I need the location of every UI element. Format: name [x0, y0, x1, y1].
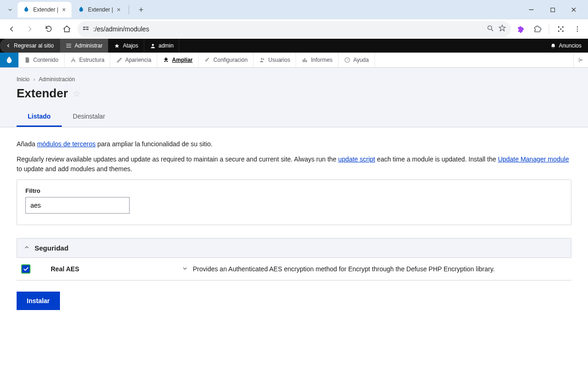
intro-text-1: Añada módulos de terceros para ampliar l…	[17, 139, 571, 149]
svg-rect-3	[83, 29, 85, 30]
browser-tab-strip: Extender | × Extender | ×	[0, 0, 588, 19]
link-update-manager[interactable]: Update Manager module	[498, 155, 569, 163]
install-button[interactable]: Instalar	[17, 292, 60, 310]
forward-button[interactable]	[22, 21, 38, 37]
separator	[549, 24, 549, 34]
maximize-button[interactable]	[542, 2, 563, 17]
browser-menu-icon[interactable]	[570, 22, 584, 36]
menu-label: Contenido	[33, 57, 59, 63]
svg-point-10	[562, 30, 564, 32]
chevron-right-icon: ›	[33, 76, 35, 83]
menu-label: Informes	[311, 57, 333, 63]
home-button[interactable]	[59, 21, 75, 37]
local-tabs: Listado Desinstalar	[17, 107, 571, 127]
drupal-icon	[23, 6, 30, 14]
breadcrumb-home[interactable]: Inicio	[17, 76, 30, 83]
section-title: Seguridad	[35, 244, 68, 252]
filter-input[interactable]	[25, 197, 130, 214]
filter-label: Filtro	[25, 187, 563, 194]
back-to-site[interactable]: Regresar al sitio	[0, 39, 60, 53]
menu-users[interactable]: Usuarios	[254, 53, 296, 67]
close-window-button[interactable]	[563, 2, 584, 17]
back-to-site-label: Regresar al sitio	[14, 42, 54, 49]
svg-text:?: ?	[346, 58, 348, 61]
content: Añada módulos de terceros para ampliar l…	[0, 127, 588, 322]
menu-label: Ayuda	[353, 57, 369, 63]
menu-appearance[interactable]: Apariencia	[110, 53, 157, 67]
zoom-icon[interactable]	[487, 24, 494, 34]
svg-point-8	[562, 26, 564, 28]
browser-toolbar: :/es/admin/modules	[0, 19, 588, 39]
back-button[interactable]	[4, 21, 19, 37]
bookmark-star-icon[interactable]	[498, 24, 506, 34]
manage-menu[interactable]: Administrar	[60, 39, 109, 53]
module-name: Real AES	[37, 265, 175, 273]
svg-rect-1	[83, 27, 85, 28]
reload-button[interactable]	[41, 21, 56, 37]
collapse-toolbar[interactable]	[573, 53, 588, 67]
svg-point-16	[263, 59, 264, 60]
svg-rect-2	[86, 27, 89, 28]
extensions-icon[interactable]	[530, 22, 544, 36]
svg-point-14	[152, 44, 154, 46]
tab-list[interactable]: Listado	[17, 107, 62, 127]
tab-title: Extender |	[33, 6, 58, 13]
menu-content[interactable]: Contenido	[18, 53, 65, 67]
tab-uninstall[interactable]: Desinstalar	[62, 107, 116, 127]
shortcuts-menu[interactable]: Atajos	[108, 39, 144, 53]
link-contrib-modules[interactable]: módulos de terceros	[37, 140, 95, 148]
tab-list-dropdown[interactable]	[4, 3, 17, 16]
menu-label: Usuarios	[268, 57, 290, 63]
browser-tab-2[interactable]: Extender | ×	[72, 2, 126, 18]
svg-point-9	[558, 30, 559, 32]
chevron-down-icon[interactable]	[182, 265, 188, 273]
manage-label: Administrar	[75, 42, 103, 49]
section-header-security[interactable]: Seguridad	[17, 238, 571, 258]
admin-menu: Contenido Estructura Apariencia Ampliar …	[0, 53, 588, 68]
menu-label: Configuración	[214, 57, 248, 63]
module-row-real-aes: Real AES Provides an Authenticated AES e…	[17, 258, 571, 281]
svg-point-15	[261, 58, 262, 60]
site-info-icon[interactable]	[82, 24, 89, 33]
star-icon[interactable]: ☆	[72, 88, 81, 99]
breadcrumb-admin[interactable]: Administración	[39, 76, 75, 83]
extension-icon-2[interactable]	[554, 22, 568, 36]
extension-icon-1[interactable]	[514, 22, 528, 36]
new-tab-button[interactable]	[135, 3, 148, 16]
svg-rect-19	[306, 60, 307, 62]
module-description: Provides an Authenticated AES encryption…	[193, 265, 495, 273]
menu-label: Apariencia	[125, 57, 151, 63]
menu-label: Ampliar	[172, 57, 193, 63]
browser-tab-1[interactable]: Extender | ×	[18, 2, 71, 18]
announcements-label: Anuncios	[559, 42, 582, 49]
menu-help[interactable]: ? Ayuda	[339, 53, 375, 67]
svg-point-11	[577, 26, 578, 28]
link-update-script[interactable]: update script	[338, 155, 375, 163]
page-header: Inicio › Administración Extender ☆ Lista…	[0, 68, 588, 127]
svg-rect-0	[551, 8, 554, 12]
user-label: admin	[159, 42, 174, 49]
svg-point-13	[577, 30, 578, 32]
menu-extend[interactable]: Ampliar	[157, 53, 199, 67]
announcements-menu[interactable]: Anuncios	[544, 42, 588, 49]
svg-rect-4	[86, 29, 89, 30]
svg-rect-18	[304, 59, 305, 62]
svg-point-5	[488, 25, 492, 30]
filter-box: Filtro	[17, 179, 571, 225]
menu-reports[interactable]: Informes	[296, 53, 339, 67]
close-icon[interactable]: ×	[117, 6, 120, 13]
url-bar[interactable]: :/es/admin/modules	[77, 21, 511, 37]
menu-configuration[interactable]: Configuración	[199, 53, 254, 67]
drupal-logo[interactable]	[0, 53, 18, 67]
svg-point-6	[558, 26, 559, 28]
module-checkbox[interactable]	[21, 264, 30, 274]
intro-text-2: Regularly review available updates and u…	[17, 155, 571, 174]
menu-structure[interactable]: Estructura	[65, 53, 111, 67]
svg-point-12	[577, 28, 578, 30]
url-text: :/es/admin/modules	[93, 25, 149, 33]
user-menu[interactable]: admin	[144, 39, 180, 53]
minimize-button[interactable]	[521, 2, 542, 17]
tab-separator	[129, 5, 129, 14]
close-icon[interactable]: ×	[62, 6, 65, 13]
drupal-icon	[78, 6, 84, 14]
